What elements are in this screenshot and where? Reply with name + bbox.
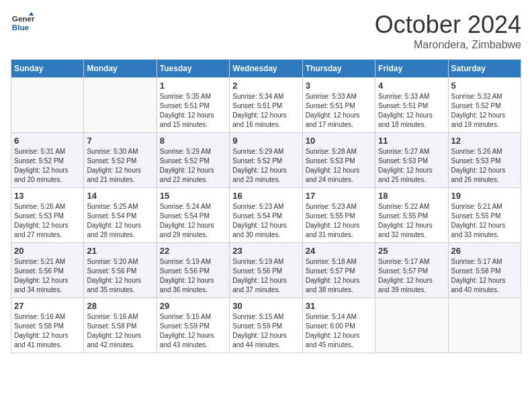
day-info: Sunrise: 5:32 AM Sunset: 5:52 PM Dayligh… — [451, 92, 518, 130]
day-number: 2 — [232, 81, 299, 91]
day-info: Sunrise: 5:33 AM Sunset: 5:51 PM Dayligh… — [306, 92, 372, 130]
calendar-cell: 22Sunrise: 5:19 AM Sunset: 5:56 PM Dayli… — [157, 243, 229, 298]
day-number: 15 — [160, 191, 226, 201]
calendar-cell: 26Sunrise: 5:17 AM Sunset: 5:58 PM Dayli… — [448, 243, 521, 298]
calendar-cell: 23Sunrise: 5:19 AM Sunset: 5:56 PM Dayli… — [230, 243, 302, 298]
day-number: 1 — [160, 81, 226, 91]
day-number: 4 — [378, 81, 445, 91]
day-number: 6 — [14, 136, 81, 146]
day-number: 25 — [378, 246, 445, 256]
calendar-cell: 19Sunrise: 5:21 AM Sunset: 5:55 PM Dayli… — [448, 188, 521, 243]
page-header: General Blue October 2024 Marondera, Zim… — [11, 11, 521, 51]
day-number: 7 — [87, 136, 153, 146]
day-info: Sunrise: 5:26 AM Sunset: 5:53 PM Dayligh… — [14, 202, 81, 240]
day-info: Sunrise: 5:24 AM Sunset: 5:54 PM Dayligh… — [160, 202, 226, 240]
calendar-cell: 17Sunrise: 5:23 AM Sunset: 5:55 PM Dayli… — [302, 188, 375, 243]
calendar-cell: 18Sunrise: 5:22 AM Sunset: 5:55 PM Dayli… — [375, 188, 448, 243]
calendar-cell — [375, 298, 448, 353]
calendar-cell: 12Sunrise: 5:26 AM Sunset: 5:53 PM Dayli… — [448, 133, 521, 188]
day-info: Sunrise: 5:16 AM Sunset: 5:58 PM Dayligh… — [14, 312, 81, 350]
day-info: Sunrise: 5:29 AM Sunset: 5:52 PM Dayligh… — [160, 147, 226, 185]
calendar-cell: 31Sunrise: 5:14 AM Sunset: 6:00 PM Dayli… — [302, 298, 375, 353]
weekday-header-row: SundayMondayTuesdayWednesdayThursdayFrid… — [11, 60, 521, 78]
calendar-cell: 30Sunrise: 5:15 AM Sunset: 5:59 PM Dayli… — [230, 298, 302, 353]
calendar-cell: 5Sunrise: 5:32 AM Sunset: 5:52 PM Daylig… — [448, 78, 521, 133]
day-number: 3 — [306, 81, 372, 91]
calendar-cell: 10Sunrise: 5:28 AM Sunset: 5:53 PM Dayli… — [302, 133, 375, 188]
day-number: 22 — [160, 246, 226, 256]
month-title: October 2024 — [375, 11, 521, 39]
day-number: 28 — [87, 301, 153, 311]
calendar-cell: 9Sunrise: 5:29 AM Sunset: 5:52 PM Daylig… — [230, 133, 302, 188]
day-info: Sunrise: 5:20 AM Sunset: 5:56 PM Dayligh… — [87, 257, 153, 295]
calendar-cell: 4Sunrise: 5:33 AM Sunset: 5:51 PM Daylig… — [375, 78, 448, 133]
day-number: 18 — [378, 191, 445, 201]
day-info: Sunrise: 5:25 AM Sunset: 5:54 PM Dayligh… — [87, 202, 153, 240]
day-info: Sunrise: 5:15 AM Sunset: 5:59 PM Dayligh… — [160, 312, 226, 350]
day-info: Sunrise: 5:29 AM Sunset: 5:52 PM Dayligh… — [232, 147, 299, 185]
day-info: Sunrise: 5:27 AM Sunset: 5:53 PM Dayligh… — [378, 147, 445, 185]
day-info: Sunrise: 5:28 AM Sunset: 5:53 PM Dayligh… — [306, 147, 372, 185]
calendar-cell: 3Sunrise: 5:33 AM Sunset: 5:51 PM Daylig… — [302, 78, 375, 133]
day-number: 24 — [306, 246, 372, 256]
weekday-wednesday: Wednesday — [230, 60, 302, 78]
calendar-table: SundayMondayTuesdayWednesdayThursdayFrid… — [11, 59, 521, 353]
logo: General Blue — [11, 11, 35, 35]
day-number: 19 — [451, 191, 518, 201]
calendar-cell: 29Sunrise: 5:15 AM Sunset: 5:59 PM Dayli… — [157, 298, 229, 353]
day-number: 14 — [87, 191, 153, 201]
calendar-cell: 6Sunrise: 5:31 AM Sunset: 5:52 PM Daylig… — [11, 133, 84, 188]
day-info: Sunrise: 5:19 AM Sunset: 5:56 PM Dayligh… — [160, 257, 226, 295]
calendar-cell: 1Sunrise: 5:35 AM Sunset: 5:51 PM Daylig… — [157, 78, 229, 133]
calendar-week-4: 20Sunrise: 5:21 AM Sunset: 5:56 PM Dayli… — [11, 243, 521, 298]
day-number: 17 — [306, 191, 372, 201]
day-info: Sunrise: 5:26 AM Sunset: 5:53 PM Dayligh… — [451, 147, 518, 185]
day-info: Sunrise: 5:34 AM Sunset: 5:51 PM Dayligh… — [232, 92, 299, 130]
day-info: Sunrise: 5:23 AM Sunset: 5:54 PM Dayligh… — [232, 202, 299, 240]
day-number: 11 — [378, 136, 445, 146]
day-number: 31 — [306, 301, 372, 311]
calendar-cell: 7Sunrise: 5:30 AM Sunset: 5:52 PM Daylig… — [84, 133, 157, 188]
day-number: 10 — [306, 136, 372, 146]
day-number: 27 — [14, 301, 81, 311]
location-title: Marondera, Zimbabwe — [375, 39, 521, 51]
day-number: 9 — [232, 136, 299, 146]
day-number: 12 — [451, 136, 518, 146]
calendar-body: 1Sunrise: 5:35 AM Sunset: 5:51 PM Daylig… — [11, 78, 521, 353]
day-number: 20 — [14, 246, 81, 256]
day-info: Sunrise: 5:15 AM Sunset: 5:59 PM Dayligh… — [232, 312, 299, 350]
calendar-cell: 2Sunrise: 5:34 AM Sunset: 5:51 PM Daylig… — [230, 78, 302, 133]
day-info: Sunrise: 5:21 AM Sunset: 5:55 PM Dayligh… — [451, 202, 518, 240]
calendar-cell: 24Sunrise: 5:18 AM Sunset: 5:57 PM Dayli… — [302, 243, 375, 298]
calendar-cell: 16Sunrise: 5:23 AM Sunset: 5:54 PM Dayli… — [230, 188, 302, 243]
day-info: Sunrise: 5:18 AM Sunset: 5:57 PM Dayligh… — [306, 257, 372, 295]
day-number: 26 — [451, 246, 518, 256]
calendar-cell: 21Sunrise: 5:20 AM Sunset: 5:56 PM Dayli… — [84, 243, 157, 298]
day-info: Sunrise: 5:30 AM Sunset: 5:52 PM Dayligh… — [87, 147, 153, 185]
day-number: 30 — [232, 301, 299, 311]
calendar-week-3: 13Sunrise: 5:26 AM Sunset: 5:53 PM Dayli… — [11, 188, 521, 243]
day-number: 8 — [160, 136, 226, 146]
calendar-cell: 20Sunrise: 5:21 AM Sunset: 5:56 PM Dayli… — [11, 243, 84, 298]
weekday-saturday: Saturday — [448, 60, 521, 78]
day-number: 13 — [14, 191, 81, 201]
day-info: Sunrise: 5:21 AM Sunset: 5:56 PM Dayligh… — [14, 257, 81, 295]
day-info: Sunrise: 5:19 AM Sunset: 5:56 PM Dayligh… — [232, 257, 299, 295]
title-block: October 2024 Marondera, Zimbabwe — [375, 11, 521, 51]
calendar-cell — [11, 78, 84, 133]
day-info: Sunrise: 5:33 AM Sunset: 5:51 PM Dayligh… — [378, 92, 445, 130]
day-info: Sunrise: 5:17 AM Sunset: 5:57 PM Dayligh… — [378, 257, 445, 295]
day-number: 5 — [451, 81, 518, 91]
day-info: Sunrise: 5:35 AM Sunset: 5:51 PM Dayligh… — [160, 92, 226, 130]
calendar-week-1: 1Sunrise: 5:35 AM Sunset: 5:51 PM Daylig… — [11, 78, 521, 133]
day-number: 16 — [232, 191, 299, 201]
calendar-cell: 8Sunrise: 5:29 AM Sunset: 5:52 PM Daylig… — [157, 133, 229, 188]
day-info: Sunrise: 5:23 AM Sunset: 5:55 PM Dayligh… — [306, 202, 372, 240]
weekday-thursday: Thursday — [302, 60, 375, 78]
calendar-cell: 11Sunrise: 5:27 AM Sunset: 5:53 PM Dayli… — [375, 133, 448, 188]
weekday-tuesday: Tuesday — [157, 60, 229, 78]
day-info: Sunrise: 5:17 AM Sunset: 5:58 PM Dayligh… — [451, 257, 518, 295]
day-info: Sunrise: 5:31 AM Sunset: 5:52 PM Dayligh… — [14, 147, 81, 185]
weekday-monday: Monday — [84, 60, 157, 78]
calendar-cell: 25Sunrise: 5:17 AM Sunset: 5:57 PM Dayli… — [375, 243, 448, 298]
